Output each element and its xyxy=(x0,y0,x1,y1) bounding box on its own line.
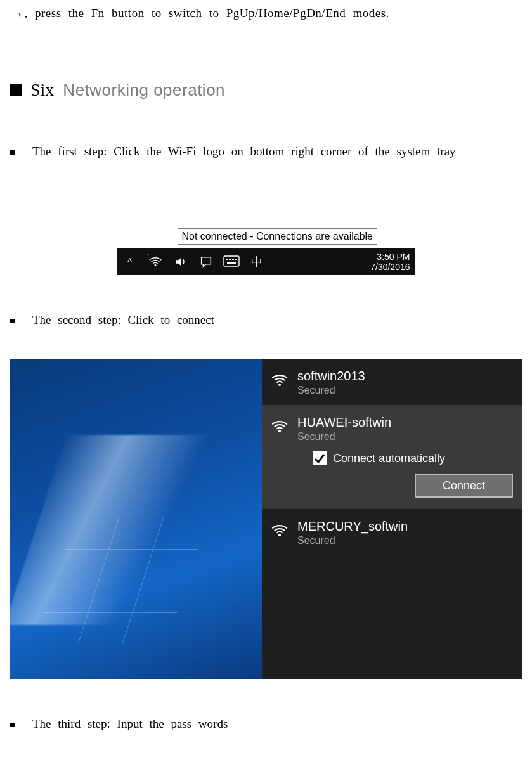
asterisk-icon: * xyxy=(147,252,150,259)
touch-keyboard-icon[interactable] xyxy=(219,248,244,275)
step-1: The first step: Click the Wi-Fi logo on … xyxy=(10,145,522,158)
connect-row: Connect xyxy=(262,465,522,509)
wifi-secured-icon xyxy=(271,371,289,389)
svg-rect-6 xyxy=(227,262,236,264)
checkmark-icon xyxy=(313,452,326,465)
section-title: Networking operation xyxy=(63,81,225,100)
network-item[interactable]: softwin2013 Secured xyxy=(262,359,522,405)
wifi-tooltip: Not connected - Connections are availabl… xyxy=(178,228,378,245)
svg-rect-4 xyxy=(232,259,234,260)
speaker-icon xyxy=(174,255,188,269)
keyboard-icon xyxy=(223,255,240,268)
windows-taskbar: ^ * xyxy=(117,248,415,275)
network-item[interactable]: MERCURY_softwin Secured xyxy=(262,509,522,555)
clock-tray[interactable]: 3:50 PM 7/30/2016 xyxy=(363,250,415,273)
action-center-icon[interactable] xyxy=(193,248,219,275)
svg-rect-1 xyxy=(224,256,239,266)
svg-rect-3 xyxy=(229,259,231,260)
notification-icon xyxy=(199,255,213,269)
wifi-panel-screenshot: softwin2013 Secured HUAWEI-softwin Secur… xyxy=(10,359,522,679)
network-security: Secured xyxy=(297,385,365,396)
svg-point-9 xyxy=(278,534,281,536)
connect-automatically-row[interactable]: Connect automatically xyxy=(262,451,522,465)
step-2: The second step: Click to connect xyxy=(10,313,522,327)
svg-rect-2 xyxy=(226,259,228,260)
svg-point-0 xyxy=(154,264,156,266)
volume-tray-icon[interactable] xyxy=(168,248,193,275)
step-3-text: The third step: Input the pass words xyxy=(32,717,228,731)
wifi-secured-icon xyxy=(271,418,289,436)
tray-time: 3:50 PM xyxy=(370,252,410,262)
bullet-icon xyxy=(10,319,15,323)
auto-connect-checkbox[interactable] xyxy=(313,451,327,465)
section-heading: Six Networking operation xyxy=(10,80,522,100)
network-security: Secured xyxy=(297,535,408,546)
connect-button[interactable]: Connect xyxy=(415,474,513,498)
bullet-icon xyxy=(10,150,15,155)
document-page: →, press the Fn button to switch to PgUp… xyxy=(0,6,532,763)
network-ssid: MERCURY_softwin xyxy=(297,519,408,534)
square-bullet-icon xyxy=(10,84,22,96)
network-security: Secured xyxy=(297,431,391,442)
step-1-text: The first step: Click the Wi-Fi logo on … xyxy=(32,145,456,158)
intro-text: , press the Fn button to switch to PgUp/… xyxy=(25,6,389,20)
network-ssid: HUAWEI-softwin xyxy=(297,415,391,430)
tray-overflow-button[interactable]: ^ xyxy=(117,248,143,275)
network-item-selected[interactable]: HUAWEI-softwin Secured xyxy=(262,405,522,451)
svg-rect-5 xyxy=(235,259,237,260)
tray-date: 7/30/2016 xyxy=(370,262,410,272)
tooltip-row: Not connected - Connections are availabl… xyxy=(117,228,415,248)
wifi-icon xyxy=(148,255,162,269)
intro-fragment: →, press the Fn button to switch to PgUp… xyxy=(10,6,522,23)
chevron-up-icon: ^ xyxy=(127,257,132,267)
auto-connect-label: Connect automatically xyxy=(333,452,445,465)
bullet-icon xyxy=(10,723,15,727)
arrow-right-icon: → xyxy=(10,6,25,23)
ime-indicator[interactable]: 中 xyxy=(244,248,269,275)
network-ssid: softwin2013 xyxy=(297,369,365,384)
wifi-open-icon xyxy=(271,522,289,539)
svg-point-7 xyxy=(278,384,281,386)
network-flyout: softwin2013 Secured HUAWEI-softwin Secur… xyxy=(262,359,522,679)
screenshot-whitespace xyxy=(117,190,415,228)
step-2-text: The second step: Click to connect xyxy=(32,313,214,327)
section-number: Six xyxy=(30,80,54,100)
svg-point-8 xyxy=(278,430,281,432)
wifi-tray-icon[interactable]: * xyxy=(143,248,168,275)
system-tray-screenshot: Not connected - Connections are availabl… xyxy=(117,190,415,275)
step-3: The third step: Input the pass words xyxy=(10,717,522,731)
